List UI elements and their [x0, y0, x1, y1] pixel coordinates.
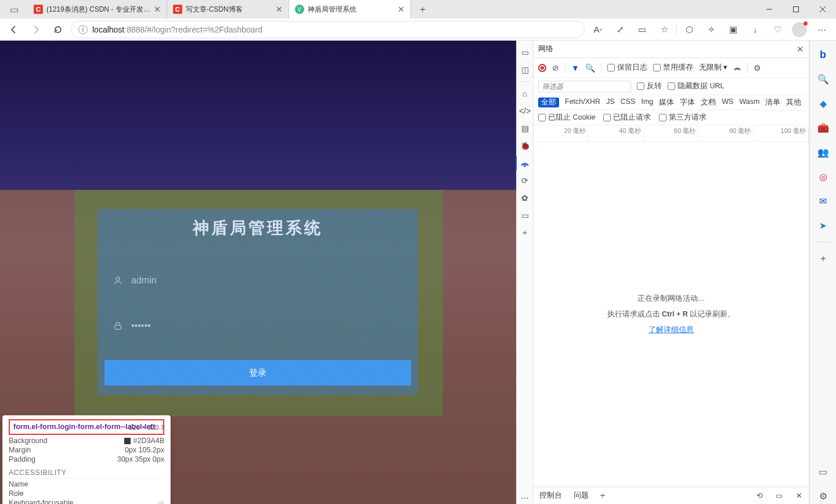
more-icon[interactable]: ⋯	[812, 20, 831, 39]
close-icon[interactable]: ✕	[276, 5, 283, 14]
add-tab-icon[interactable]: ＋	[519, 227, 531, 239]
divider	[519, 81, 531, 82]
hide-data-url-checkbox[interactable]: 隐藏数据 URL	[668, 81, 724, 91]
footer-tab-console[interactable]: 控制台	[537, 489, 564, 502]
tab-actions-icon[interactable]: ▭	[0, 0, 28, 19]
sources-tab-icon[interactable]: ▤	[519, 123, 531, 134]
performance-tab-icon[interactable]: ⟳	[519, 175, 531, 186]
network-tab-icon[interactable]	[519, 157, 531, 169]
filter-input[interactable]	[538, 81, 631, 92]
minimize-button[interactable]	[756, 0, 783, 19]
browser-tab-0[interactable]: C (1219条消息) CSDN - 专业开发… ✕	[28, 0, 167, 19]
devtools-close-icon[interactable]: ✕	[797, 44, 804, 55]
invert-checkbox[interactable]: 反转	[637, 81, 662, 91]
footer-responsive-icon[interactable]: ⟲	[753, 491, 766, 500]
browser-tabs: C (1219条消息) CSDN - 专业开发… ✕ C 写文章-CSDN博客 …	[28, 0, 756, 19]
footer-device-icon[interactable]: ▭	[773, 491, 785, 500]
collections-icon[interactable]: ▣	[723, 20, 743, 39]
filter-icon[interactable]: ▼	[571, 63, 579, 73]
downloads-icon[interactable]: ↓	[745, 20, 765, 39]
url-port: :8888	[124, 25, 145, 34]
games-icon[interactable]: 👥	[815, 144, 831, 160]
add-app-icon[interactable]: ＋	[815, 250, 831, 267]
clear-icon[interactable]: ⊘	[552, 63, 559, 73]
search-icon[interactable]: 🔍	[815, 71, 831, 87]
filter-type-wasm[interactable]: Wasm	[739, 98, 759, 107]
browser-tab-2[interactable]: V 神盾局管理系统 ✕	[289, 0, 411, 19]
username-input[interactable]: admin	[131, 275, 157, 286]
refresh-button[interactable]	[49, 20, 67, 39]
footer-add-icon[interactable]: ＋	[598, 489, 607, 502]
profile-avatar[interactable]	[790, 20, 809, 39]
settings-icon[interactable]: ⚙	[754, 63, 761, 73]
learn-more-link[interactable]: 了解详细信息	[648, 325, 694, 335]
blocked-cookie-checkbox[interactable]: 已阻止 Cookie	[538, 113, 595, 123]
edge-sidebar: b 🔍 ◆ 🧰 👥 ◎ ✉ ➤ ＋ ▭ ⚙	[809, 41, 836, 504]
welcome-tab-icon[interactable]: ⌂	[519, 88, 531, 99]
outlook-icon[interactable]: ✉	[815, 193, 831, 209]
favorite-icon[interactable]: ☆	[654, 20, 674, 39]
office-icon[interactable]: ◎	[815, 168, 831, 185]
timeline[interactable]: 20 毫秒 40 毫秒 60 毫秒 80 毫秒 100 毫秒	[534, 125, 809, 142]
sidebar-settings-icon[interactable]: ⚙	[815, 488, 831, 504]
filter-type-doc[interactable]: 文档	[701, 98, 716, 107]
filter-type-ws[interactable]: WS	[722, 98, 733, 107]
site-info-icon[interactable]: i	[78, 25, 88, 34]
toggle-dock-icon[interactable]: ◫	[519, 64, 531, 75]
url-field[interactable]: i localhost:8888/#/login?redirect=%2Fdas…	[71, 21, 585, 38]
login-button[interactable]: 登录	[105, 360, 411, 386]
filter-type-media[interactable]: 媒体	[659, 98, 674, 107]
preserve-log-checkbox[interactable]: 保留日志	[607, 63, 647, 73]
inspect-margin-value: 0px 105.2px	[125, 446, 164, 454]
tools-icon[interactable]: 🧰	[815, 120, 831, 136]
performance-icon[interactable]: ♡	[767, 20, 787, 39]
filter-type-fetch[interactable]: Fetch/XHR	[565, 98, 600, 107]
filter-type-other[interactable]: 其他	[786, 98, 801, 107]
reading-mode-icon[interactable]: ▭	[632, 20, 652, 39]
back-button[interactable]	[5, 20, 23, 39]
elements-tab-icon[interactable]: </>	[519, 105, 531, 117]
third-party-checkbox[interactable]: 第三方请求	[659, 113, 707, 123]
browser-tab-1[interactable]: C 写文章-CSDN博客 ✕	[167, 0, 289, 19]
footer-close-drawer-icon[interactable]: ✕	[792, 491, 805, 500]
devtools-panel: 网络 ✕ ⊘ ▼ 🔍 保留日志 禁用缓存 无限制 ▾ ⚙ 反转 隐藏数据 URL…	[534, 41, 809, 504]
toggle-device-icon[interactable]: ▭	[519, 46, 531, 58]
memory-tab-icon[interactable]: ✿	[519, 192, 531, 204]
throttle-select[interactable]: 无限制 ▾	[699, 63, 727, 73]
filter-type-js[interactable]: JS	[606, 98, 615, 107]
password-input[interactable]: ••••••	[131, 321, 151, 331]
footer-tab-issues[interactable]: 问题	[571, 489, 591, 502]
user-icon	[113, 275, 123, 286]
send-icon[interactable]: ➤	[815, 217, 831, 233]
maximize-button[interactable]	[783, 0, 809, 19]
disable-cache-checkbox[interactable]: 禁用缓存	[653, 63, 693, 73]
favorites-bar-icon[interactable]: ✧	[701, 20, 721, 39]
debugger-tab-icon[interactable]: 🐞	[519, 140, 531, 152]
blocked-req-checkbox[interactable]: 已阻止请求	[603, 113, 651, 123]
devtools-title: 网络	[538, 44, 553, 54]
bing-icon[interactable]: b	[815, 46, 831, 63]
filter-type-manifest[interactable]: 清单	[765, 98, 780, 107]
new-tab-button[interactable]: ＋	[411, 0, 434, 19]
timeline-tick: 60 毫秒	[644, 125, 699, 141]
more-tools-icon[interactable]: ⋯	[519, 492, 531, 504]
filter-type-all[interactable]: 全部	[538, 98, 559, 107]
close-window-button[interactable]	[809, 0, 836, 19]
search-icon[interactable]: 🔍	[585, 63, 595, 73]
filter-type-img[interactable]: Img	[641, 98, 653, 107]
zoom-out-icon[interactable]: ⤢	[610, 20, 630, 39]
record-button-icon[interactable]	[538, 64, 546, 72]
browser-titlebar: ▭ C (1219条消息) CSDN - 专业开发… ✕ C 写文章-CSDN博…	[0, 0, 836, 19]
filter-type-css[interactable]: CSS	[621, 98, 636, 107]
close-icon[interactable]: ✕	[154, 5, 161, 14]
filter-type-font[interactable]: 字体	[680, 98, 695, 107]
read-aloud-icon[interactable]: A»	[588, 20, 608, 39]
sidebar-collapse-icon[interactable]: ▭	[815, 463, 831, 480]
shopping-icon[interactable]: ◆	[815, 95, 831, 111]
extensions-icon[interactable]: ⬡	[679, 20, 699, 39]
inspect-padding-label: Padding	[9, 455, 35, 463]
close-icon[interactable]: ✕	[398, 5, 405, 14]
forward-button	[27, 20, 45, 39]
application-tab-icon[interactable]: ▭	[519, 210, 531, 221]
network-conditions-icon[interactable]	[733, 64, 741, 72]
